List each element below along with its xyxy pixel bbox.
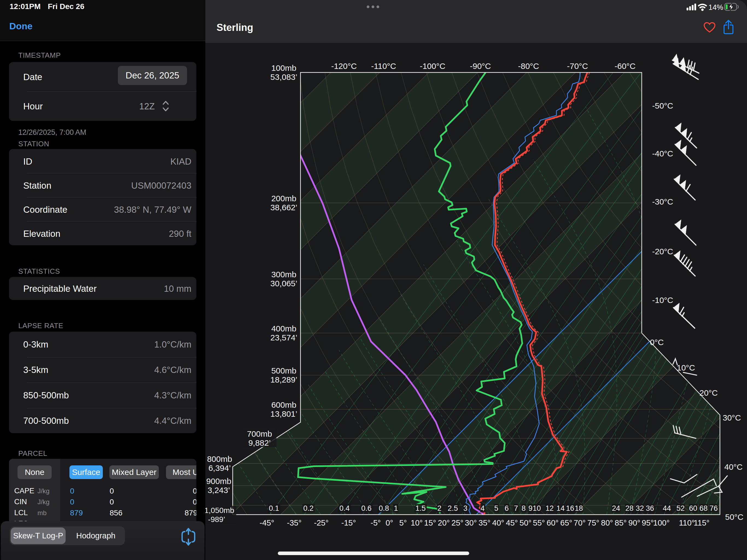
svg-text:18,289’: 18,289’ [271,375,297,384]
svg-text:600mb: 600mb [271,400,297,409]
svg-text:-40°C: -40°C [652,149,673,158]
svg-text:0°: 0° [386,518,393,527]
svg-text:52: 52 [676,504,685,512]
svg-text:30°: 30° [465,518,477,527]
svg-text:40°: 40° [492,518,504,527]
svg-text:400mb: 400mb [271,324,297,333]
svg-text:10°C: 10°C [677,363,695,372]
svg-text:14: 14 [557,504,565,512]
svg-text:10: 10 [533,504,541,512]
svg-text:38,662’: 38,662’ [271,203,297,212]
svg-text:1,050mb: 1,050mb [205,506,234,515]
svg-text:5: 5 [494,504,498,512]
svg-text:0.1: 0.1 [269,504,279,512]
svg-text:7: 7 [514,504,518,512]
svg-text:8: 8 [521,504,525,512]
svg-text:0.8: 0.8 [379,504,389,512]
svg-text:30,065’: 30,065’ [271,279,297,288]
svg-text:85°: 85° [615,518,627,527]
svg-text:900mb: 900mb [206,477,231,486]
svg-text:-100°C: -100°C [420,61,445,71]
svg-text:100mb: 100mb [271,63,297,73]
svg-text:12: 12 [545,504,554,512]
svg-text:-989’: -989’ [208,515,225,524]
svg-text:800mb: 800mb [207,455,232,463]
svg-text:13,801’: 13,801’ [271,409,297,418]
svg-text:60°: 60° [547,518,559,527]
svg-text:23,574’: 23,574’ [271,333,297,342]
svg-text:-35°: -35° [287,518,302,527]
svg-text:95°: 95° [642,518,654,527]
svg-text:70°: 70° [574,518,586,527]
svg-text:55°: 55° [533,518,545,527]
svg-text:700mb: 700mb [247,429,272,438]
svg-text:36: 36 [646,504,654,512]
svg-text:0.4: 0.4 [339,504,350,512]
svg-text:-90°C: -90°C [470,61,491,71]
svg-text:500mb: 500mb [271,366,297,375]
svg-text:0.2: 0.2 [303,504,314,512]
svg-text:65°: 65° [560,518,572,527]
svg-text:76: 76 [710,504,718,512]
svg-text:-30°C: -30°C [652,197,673,206]
svg-text:6: 6 [505,504,509,512]
svg-text:80°: 80° [601,518,613,527]
svg-text:-70°C: -70°C [567,61,588,71]
svg-text:20°: 20° [438,518,450,527]
svg-text:53,083’: 53,083’ [271,73,297,81]
svg-text:-60°C: -60°C [614,61,636,71]
svg-text:9,882’: 9,882’ [248,438,271,447]
svg-text:100°: 100° [653,518,670,527]
svg-text:115°: 115° [694,518,710,527]
svg-text:-120°C: -120°C [331,61,357,71]
svg-text:-45°: -45° [259,518,274,527]
svg-text:10°: 10° [411,518,423,527]
svg-text:35°: 35° [479,518,491,527]
svg-text:4: 4 [481,504,485,512]
svg-text:2.5: 2.5 [447,504,458,512]
svg-text:2: 2 [437,504,441,512]
svg-text:24: 24 [612,504,620,512]
svg-text:-20°C: -20°C [652,247,673,256]
svg-text:1: 1 [394,504,398,512]
svg-text:-5°: -5° [370,518,381,527]
svg-text:32: 32 [636,504,644,512]
svg-text:-10°C: -10°C [652,296,673,305]
svg-text:68: 68 [699,504,707,512]
svg-text:16: 16 [566,504,574,512]
svg-text:-110°C: -110°C [371,61,396,71]
svg-text:110°: 110° [679,518,695,527]
svg-text:200mb: 200mb [271,194,297,203]
svg-text:3: 3 [463,504,467,512]
svg-text:-50°C: -50°C [652,101,673,110]
svg-text:14%: 14% [709,3,723,11]
svg-text:5°: 5° [399,518,407,527]
svg-text:75°: 75° [587,518,599,527]
svg-text:-25°: -25° [314,518,329,527]
svg-text:15°: 15° [424,518,436,527]
svg-text:3,243’: 3,243’ [208,486,230,495]
svg-text:60: 60 [689,504,697,512]
svg-text:30°C: 30°C [723,413,741,422]
svg-text:44: 44 [663,504,671,512]
svg-text:50°: 50° [519,518,532,527]
svg-text:18: 18 [575,504,583,512]
svg-text:20°C: 20°C [699,388,718,397]
svg-text:28: 28 [625,504,634,512]
svg-text:45°: 45° [506,518,518,527]
svg-text:-80°C: -80°C [518,61,539,71]
svg-text:-15°: -15° [341,518,356,527]
svg-text:0.6: 0.6 [361,504,371,512]
svg-text:6,394’: 6,394’ [208,463,231,473]
svg-text:50°C: 50°C [725,512,743,521]
svg-text:0°C: 0°C [650,338,664,347]
svg-text:25°: 25° [452,518,463,527]
svg-text:40°C: 40°C [724,462,743,472]
svg-text:300mb: 300mb [271,270,297,279]
svg-text:9: 9 [528,504,532,512]
svg-text:1.5: 1.5 [415,504,426,512]
svg-text:90°: 90° [628,518,640,527]
